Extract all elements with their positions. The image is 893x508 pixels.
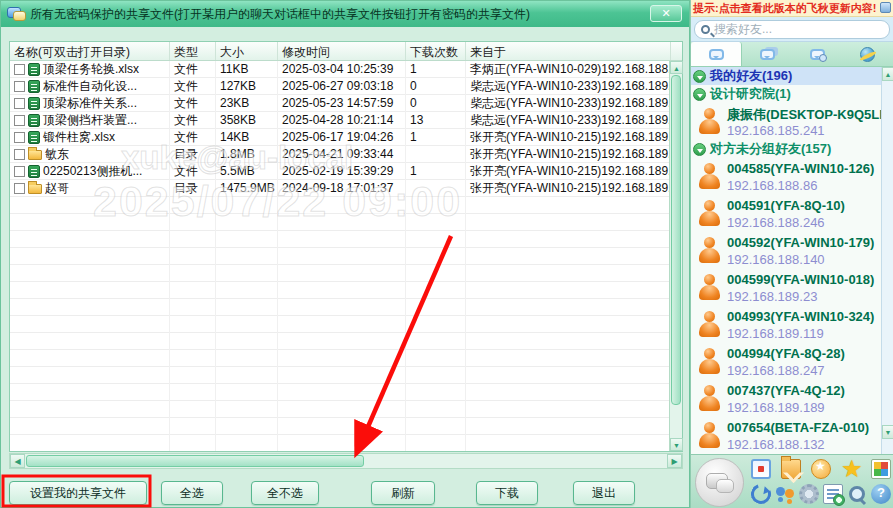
empty-table-row bbox=[10, 231, 669, 248]
empty-cell bbox=[278, 299, 406, 316]
favorites-star-icon[interactable]: ★ bbox=[841, 459, 861, 479]
file-type-cell: 目录 bbox=[170, 180, 216, 197]
row-checkbox[interactable] bbox=[14, 115, 25, 126]
update-notice-banner[interactable]: 提示:点击查看此版本的飞秋更新内容! bbox=[691, 0, 893, 17]
empty-cell bbox=[10, 282, 170, 299]
sidebar-toolbar: ★ bbox=[691, 454, 893, 508]
empty-cell bbox=[216, 231, 278, 248]
titlebar[interactable]: 所有无密码保护的共享文件(打开某用户的聊天对话框中的共享文件按钮打开有密码的共享… bbox=[1, 1, 689, 27]
friend-item[interactable]: 007437(YFA-4Q-12)192.168.189.189 bbox=[691, 380, 893, 417]
set-my-shared-files-button[interactable]: 设置我的共享文件 bbox=[9, 481, 147, 505]
chat-tab-icon[interactable] bbox=[691, 42, 742, 66]
scroll-down-icon[interactable]: ▼ bbox=[670, 438, 683, 451]
friend-item[interactable]: 004585(YFA-WIN10-126)192.168.188.86 bbox=[691, 158, 893, 195]
friend-item[interactable]: 004592(YFA-WIN10-179)192.168.188.140 bbox=[691, 232, 893, 269]
row-checkbox[interactable] bbox=[14, 132, 25, 143]
column-header-3[interactable]: 大小 bbox=[216, 42, 278, 60]
friend-group-header[interactable]: 设计研究院(1) bbox=[691, 85, 893, 103]
download-button[interactable]: 下载 bbox=[476, 481, 538, 505]
refresh-icon[interactable] bbox=[748, 481, 775, 508]
column-header-5[interactable]: 下载次数 bbox=[406, 42, 466, 60]
history-tab-icon[interactable] bbox=[793, 42, 843, 66]
table-row[interactable]: 标准件自动化设...文件127KB2025-06-27 09:03:180柴志远… bbox=[10, 78, 669, 95]
exit-button[interactable]: 退出 bbox=[573, 481, 635, 505]
table-row[interactable]: 敏东目录1.8MB2025-04-21 09:33:44张开亮(YFA-WIN1… bbox=[10, 146, 669, 163]
row-checkbox[interactable] bbox=[14, 98, 25, 109]
file-name-cell: 顶梁侧挡杆装置... bbox=[10, 112, 170, 129]
friend-group-header[interactable]: 对方未分组好友(157) bbox=[691, 140, 893, 158]
search-plus-icon[interactable] bbox=[847, 484, 867, 504]
scroll-down-icon[interactable]: ▼ bbox=[882, 425, 893, 439]
friend-list-scrollbar[interactable]: ▲ ▼ bbox=[881, 67, 893, 454]
close-button[interactable]: ✕ bbox=[650, 5, 682, 22]
group-chat-tab-icon[interactable] bbox=[742, 42, 792, 66]
banner-close-icon[interactable] bbox=[880, 2, 891, 13]
scroll-left-icon[interactable]: ◀ bbox=[10, 454, 25, 468]
download-count-cell: 0 bbox=[406, 78, 466, 95]
scroll-right-icon[interactable]: ▶ bbox=[667, 454, 682, 468]
column-header-1[interactable]: 名称(可双击打开目录) bbox=[10, 42, 170, 60]
excel-file-icon bbox=[28, 97, 40, 110]
chat-bubbles-icon bbox=[7, 7, 25, 21]
search-friends-input[interactable]: 搜索好友... bbox=[694, 20, 890, 39]
history-doc-icon[interactable] bbox=[823, 484, 843, 504]
friend-item[interactable]: 007654(BETA-FZA-010)192.168.188.132 bbox=[691, 417, 893, 454]
shared-folder-icon[interactable] bbox=[781, 459, 801, 479]
from-cell: 柴志远(YFA-WIN10-233)192.168.189.14 bbox=[466, 112, 669, 129]
scroll-up-icon[interactable]: ▲ bbox=[882, 67, 893, 81]
friend-name: 007437(YFA-4Q-12) bbox=[727, 383, 845, 398]
help-icon[interactable] bbox=[871, 484, 891, 504]
table-row[interactable]: 赵哥目录1475.9MB2024-09-18 17:01:37张开亮(YFA-W… bbox=[10, 180, 669, 197]
table-row[interactable]: 02250213侧推机...文件5.5MB2025-02-19 15:39:29… bbox=[10, 163, 669, 180]
column-header-4[interactable]: 修改时间 bbox=[278, 42, 406, 60]
group-space-icon[interactable] bbox=[811, 459, 831, 479]
web-tab-icon[interactable] bbox=[843, 42, 893, 66]
friend-item[interactable]: 康振伟(DESKTOP-K9Q5LEI)192.168.185.241 bbox=[691, 103, 893, 140]
empty-cell bbox=[406, 265, 466, 282]
row-checkbox[interactable] bbox=[14, 166, 25, 177]
horizontal-scroll-thumb[interactable] bbox=[26, 455, 364, 467]
message-box-button[interactable] bbox=[695, 458, 744, 507]
feiq-sidebar: 提示:点击查看此版本的飞秋更新内容! 搜索好友... 我的好友(196)设计研究… bbox=[690, 0, 893, 508]
row-checkbox[interactable] bbox=[14, 64, 25, 75]
friend-group-header[interactable]: 我的好友(196) bbox=[691, 67, 893, 85]
file-type-cell: 文件 bbox=[170, 61, 216, 78]
empty-cell bbox=[466, 282, 669, 299]
column-header-2[interactable]: 类型 bbox=[170, 42, 216, 60]
vertical-scroll-thumb[interactable] bbox=[671, 75, 681, 405]
row-checkbox[interactable] bbox=[14, 183, 25, 194]
column-header-6[interactable]: 来自于 bbox=[466, 42, 671, 60]
table-vertical-scrollbar[interactable]: ▲ ▼ bbox=[669, 61, 682, 451]
scroll-up-icon[interactable]: ▲ bbox=[670, 61, 683, 74]
contacts-icon[interactable] bbox=[775, 484, 795, 504]
row-checkbox[interactable] bbox=[14, 81, 25, 92]
friend-item[interactable]: 004994(YFA-8Q-28)192.168.188.247 bbox=[691, 343, 893, 380]
photo-icon[interactable] bbox=[751, 459, 771, 479]
modified-time-cell: 2025-06-17 19:04:26 bbox=[278, 129, 406, 146]
toolbar-row-1: ★ bbox=[751, 459, 891, 479]
row-checkbox[interactable] bbox=[14, 149, 25, 160]
friend-item[interactable]: 004599(YFA-WIN10-018)192.168.189.23 bbox=[691, 269, 893, 306]
empty-cell bbox=[10, 435, 170, 452]
settings-gear-icon[interactable] bbox=[799, 484, 819, 504]
table-row[interactable]: 锻件柱窝.xlsx文件14KB2025-06-17 19:04:261张开亮(Y… bbox=[10, 129, 669, 146]
table-horizontal-scrollbar[interactable]: ◀ ▶ bbox=[9, 453, 683, 469]
empty-cell bbox=[466, 214, 669, 231]
table-row[interactable]: 顶梁标准件关系...文件23KB2025-05-23 14:57:590柴志远(… bbox=[10, 95, 669, 112]
empty-cell bbox=[216, 214, 278, 231]
empty-cell bbox=[466, 248, 669, 265]
deselect-all-button[interactable]: 全不选 bbox=[251, 481, 319, 505]
file-size-cell: 1475.9MB bbox=[216, 180, 278, 197]
friend-item[interactable]: 004591(YFA-8Q-10)192.168.188.246 bbox=[691, 195, 893, 232]
file-name-text: 标准件自动化设... bbox=[43, 78, 137, 95]
empty-cell bbox=[278, 435, 406, 452]
refresh-button[interactable]: 刷新 bbox=[371, 481, 435, 505]
empty-cell bbox=[216, 384, 278, 401]
select-all-button[interactable]: 全选 bbox=[161, 481, 223, 505]
collapse-arrow-icon bbox=[693, 143, 706, 156]
apps-grid-icon[interactable] bbox=[871, 459, 891, 479]
empty-cell bbox=[406, 316, 466, 333]
table-row[interactable]: 顶梁任务轮换.xlsx文件11KB2025-03-04 10:25:391李炳正… bbox=[10, 61, 669, 78]
friend-item[interactable]: 004993(YFA-WIN10-324)192.168.189.119 bbox=[691, 306, 893, 343]
table-row[interactable]: 顶梁侧挡杆装置...文件358KB2025-04-28 10:21:1413柴志… bbox=[10, 112, 669, 129]
